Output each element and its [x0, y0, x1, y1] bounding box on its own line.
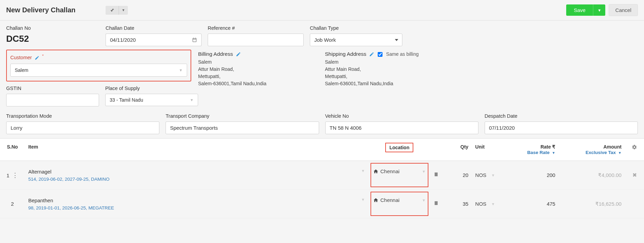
reference-input[interactable]: [208, 34, 304, 46]
customer-value: Salem: [15, 67, 28, 73]
challan-type-select[interactable]: [310, 34, 402, 46]
edit-billing-address-button[interactable]: [236, 51, 241, 57]
home-icon: [373, 169, 378, 174]
vehicle-no-label: Vehicle No: [325, 113, 478, 119]
amount-value: ₹16,625.00: [595, 201, 622, 207]
rate-value[interactable]: 475: [547, 201, 555, 207]
item-name: Alternagel: [28, 169, 109, 175]
table-row: 2 Bepanthen 98, 2019-01-01, 2026-06-25, …: [0, 190, 644, 218]
item-detail-link[interactable]: 514, 2019-06-02, 2027-09-25, DAMINO: [28, 177, 109, 182]
shipping-line3: Salem-636001,Tamil Nadu,India: [325, 80, 472, 87]
row-sno: 1: [7, 172, 9, 178]
pencil-icon: [35, 55, 39, 60]
gear-icon: [632, 144, 637, 150]
delete-row-button[interactable]: ✖: [632, 172, 637, 178]
building-icon: [434, 172, 438, 177]
col-location: Location: [368, 139, 430, 161]
col-settings[interactable]: [625, 139, 644, 161]
caret-down-icon: ▼: [491, 173, 495, 177]
col-unit: Unit: [472, 139, 509, 161]
calendar-icon: [192, 37, 197, 42]
caret-down-icon: ▼: [179, 68, 183, 72]
despatch-date-label: Despatch Date: [485, 113, 638, 119]
same-as-billing-checkbox[interactable]: [378, 52, 382, 57]
table-row: 1 ⋮ Alternagel 514, 2019-06-02, 2027-09-…: [0, 161, 644, 190]
shipping-line1: Attur Main Road,: [325, 66, 472, 73]
item-detail-link[interactable]: 98, 2019-01-01, 2026-06-25, MEGATREE: [28, 205, 114, 210]
location-value: Chennai: [380, 168, 400, 174]
billing-line3: Salem-636001,Tamil Nadu,India: [198, 80, 325, 87]
pin-button[interactable]: [106, 6, 119, 15]
transport-company-label: Transport Company: [166, 113, 319, 119]
caret-down-icon: ▼: [122, 8, 125, 12]
gstin-input[interactable]: [6, 94, 99, 106]
col-amount: Amount Exclusive Tax ▼: [559, 139, 625, 161]
save-button[interactable]: Save: [566, 4, 593, 16]
pin-dropdown-button[interactable]: ▼: [119, 6, 128, 15]
item-dropdown[interactable]: ▼: [361, 169, 365, 173]
customer-select[interactable]: Salem ▼: [10, 64, 187, 77]
billing-line1: Attur Main Road,: [198, 66, 325, 73]
transport-mode-input[interactable]: [6, 122, 159, 134]
reference-label: Reference #: [208, 25, 304, 31]
edit-shipping-address-button[interactable]: [369, 51, 376, 57]
shipping-line2: Mettupatti,: [325, 73, 472, 80]
cancel-button[interactable]: Cancel: [609, 4, 638, 16]
item-dropdown[interactable]: ▼: [361, 197, 365, 202]
challan-date-label: Challan Date: [106, 25, 202, 31]
col-item: Item: [25, 139, 368, 161]
place-of-supply-select[interactable]: 33 - Tamil Nadu ▼: [105, 94, 198, 106]
amount-value: ₹4,000.00: [598, 172, 621, 178]
unit-select[interactable]: NOS ▼: [475, 172, 495, 178]
transport-mode-label: Transportation Mode: [6, 113, 159, 119]
pencil-icon: [236, 52, 241, 57]
caret-down-icon: ▼: [597, 8, 601, 12]
location-value: Chennai: [380, 197, 400, 203]
place-of-supply-value: 33 - Tamil Nadu: [110, 97, 143, 103]
item-name: Bepanthen: [28, 197, 114, 203]
col-rate: Rate ₹ Base Rate ▼: [509, 139, 559, 161]
shipping-name: Salem: [325, 59, 472, 66]
location-dropdown[interactable]: ▼: [422, 198, 426, 202]
required-asterisk: *: [42, 54, 44, 58]
home-icon: [373, 197, 378, 203]
pencil-icon: [369, 52, 374, 57]
vehicle-no-input[interactable]: [325, 122, 478, 134]
billing-line2: Mettupatti,: [198, 73, 325, 80]
save-dropdown-button[interactable]: ▼: [593, 4, 605, 16]
caret-down-icon: ▼: [491, 202, 495, 206]
page-title: New Delivery Challan: [6, 6, 106, 14]
edit-customer-button[interactable]: [35, 55, 41, 60]
place-of-supply-label: Place of Supply: [105, 86, 198, 91]
billing-name: Salem: [198, 59, 325, 66]
building-icon: [434, 201, 438, 205]
shipping-address-label: Shipping Address: [325, 51, 366, 57]
despatch-date-input[interactable]: [485, 122, 638, 134]
same-as-billing-label: Same as billing: [386, 51, 419, 57]
rate-value[interactable]: 200: [547, 172, 555, 178]
qty-value[interactable]: 20: [463, 172, 469, 178]
challan-type-label: Challan Type: [310, 25, 402, 31]
challan-no-label: Challan No: [6, 25, 106, 31]
billing-address-label: Billing Address: [198, 51, 233, 57]
challan-date-input[interactable]: [106, 34, 188, 46]
caret-down-icon: ▼: [190, 98, 194, 102]
exclusive-tax-toggle[interactable]: Exclusive Tax ▼: [585, 150, 621, 155]
unit-select[interactable]: NOS ▼: [475, 201, 495, 207]
row-sno: 2: [11, 201, 14, 207]
col-sno: S.No: [0, 139, 25, 161]
challan-no-value: DC52: [6, 34, 106, 44]
qty-value[interactable]: 35: [463, 201, 469, 207]
col-qty: Qty: [430, 139, 472, 161]
calendar-button[interactable]: [188, 34, 202, 46]
customer-highlight-box: Customer * Salem ▼: [6, 50, 191, 81]
row-menu-button[interactable]: ⋮: [12, 172, 18, 179]
gstin-label: GSTIN: [6, 86, 99, 91]
pin-icon: [110, 8, 114, 13]
base-rate-toggle[interactable]: Base Rate ▼: [527, 150, 555, 155]
location-dropdown[interactable]: ▼: [422, 169, 426, 174]
transport-company-input[interactable]: [166, 122, 319, 134]
customer-label: Customer: [10, 55, 32, 60]
